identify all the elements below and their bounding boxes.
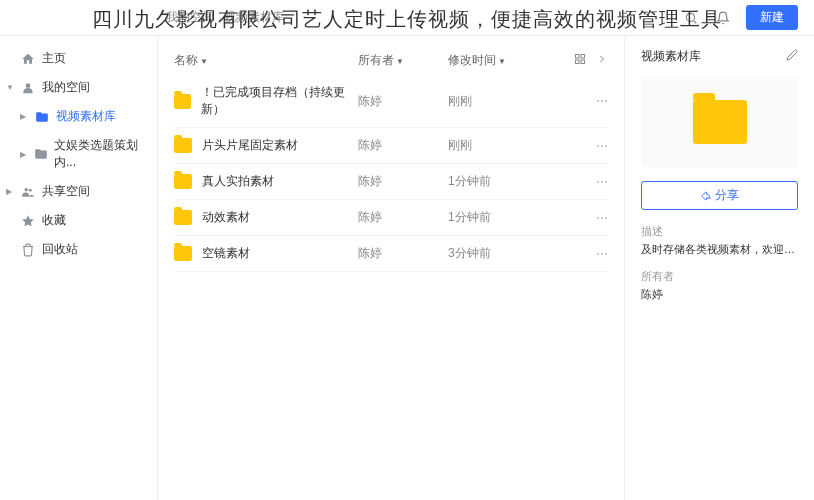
file-owner: 陈婷 (358, 209, 448, 226)
nav-home-label: 主页 (42, 50, 66, 67)
col-time-header[interactable]: 修改时间▼ (448, 52, 548, 69)
table-row[interactable]: 动效素材陈婷1分钟前⋯ (174, 200, 608, 236)
more-icon[interactable]: ⋯ (596, 247, 608, 261)
trash-icon (20, 242, 36, 258)
sort-caret-icon: ▼ (396, 57, 404, 66)
file-owner: 陈婷 (358, 173, 448, 190)
users-icon (20, 184, 36, 200)
owner-label: 所有者 (641, 269, 798, 284)
nav-video-library[interactable]: ▶ 视频素材库 (0, 102, 157, 131)
nav-trash[interactable]: 回收站 (0, 235, 157, 264)
col-name-label: 名称 (174, 53, 198, 67)
file-owner: 陈婷 (358, 93, 448, 110)
folder-icon (174, 174, 192, 189)
edit-icon[interactable] (786, 49, 798, 64)
details-title: 视频素材库 (641, 48, 701, 65)
svg-point-2 (26, 83, 31, 88)
more-icon[interactable]: ⋯ (596, 139, 608, 153)
file-name: 空镜素材 (202, 245, 250, 262)
folder-icon (34, 109, 50, 125)
col-owner-header[interactable]: 所有者▼ (358, 52, 448, 69)
user-icon (20, 80, 36, 96)
home-icon (20, 51, 36, 67)
svg-rect-6 (576, 55, 580, 59)
table-row[interactable]: 空镜素材陈婷3分钟前⋯ (174, 236, 608, 272)
folder-icon (174, 138, 192, 153)
share-button[interactable]: 分享 (641, 181, 798, 210)
table-row[interactable]: ！已完成项目存档（持续更新）陈婷刚刚⋯ (174, 75, 608, 128)
caret-right-icon: ▶ (20, 112, 26, 121)
nav-trash-label: 回收站 (42, 241, 78, 258)
file-time: 1分钟前 (448, 209, 548, 226)
owner-value: 陈婷 (641, 287, 798, 302)
caret-down-icon: ▼ (6, 83, 14, 92)
caret-right-icon: ▶ (20, 150, 26, 159)
folder-icon (693, 100, 747, 144)
details-panel: 视频素材库 分享 描述 及时存储各类视频素材，欢迎大... 所有者 陈婷 (624, 36, 814, 500)
folder-icon (174, 210, 192, 225)
nav-ent-planning-label: 文娱类选题策划内... (54, 137, 145, 171)
svg-rect-8 (576, 60, 580, 64)
caret-right-icon: ▶ (6, 187, 12, 196)
file-owner: 陈婷 (358, 137, 448, 154)
nav-my-space-label: 我的空间 (42, 79, 90, 96)
nav-my-space[interactable]: ▼ 我的空间 (0, 73, 157, 102)
nav-favorites-label: 收藏 (42, 212, 66, 229)
col-owner-label: 所有者 (358, 53, 394, 67)
folder-icon (34, 146, 48, 162)
file-time: 3分钟前 (448, 245, 548, 262)
folder-preview (641, 77, 798, 167)
sidebar: 主页 ▼ 我的空间 ▶ 视频素材库 ▶ 文娱类选题策划内... ▶ (0, 36, 158, 500)
nav-shared[interactable]: ▶ 共享空间 (0, 177, 157, 206)
more-icon[interactable]: ⋯ (596, 175, 608, 189)
file-name: 动效素材 (202, 209, 250, 226)
col-name-header[interactable]: 名称▼ (174, 52, 358, 69)
file-name: 片头片尾固定素材 (202, 137, 298, 154)
table-row[interactable]: 真人实拍素材陈婷1分钟前⋯ (174, 164, 608, 200)
file-time: 刚刚 (448, 137, 548, 154)
nav-home[interactable]: 主页 (0, 44, 157, 73)
more-icon[interactable]: ⋯ (596, 94, 608, 108)
folder-icon (174, 246, 192, 261)
file-name: 真人实拍素材 (202, 173, 274, 190)
svg-marker-5 (22, 215, 34, 226)
file-list: 名称▼ 所有者▼ 修改时间▼ ！已完成项目存档（持续更新）陈婷刚刚⋯片头片尾固定… (158, 36, 624, 500)
overlay-title: 四川九久影视有限公司艺人定时上传视频，便捷高效的视频管理工具 (0, 6, 814, 33)
table-row[interactable]: 片头片尾固定素材陈婷刚刚⋯ (174, 128, 608, 164)
col-time-label: 修改时间 (448, 53, 496, 67)
svg-point-3 (25, 187, 29, 191)
svg-rect-9 (581, 60, 585, 64)
chevron-right-icon[interactable] (596, 53, 608, 68)
grid-view-icon[interactable] (574, 53, 586, 68)
file-name: ！已完成项目存档（持续更新） (201, 84, 358, 118)
svg-rect-7 (581, 55, 585, 59)
nav-video-library-label: 视频素材库 (56, 108, 116, 125)
file-time: 1分钟前 (448, 173, 548, 190)
sort-caret-icon: ▼ (498, 57, 506, 66)
star-icon (20, 213, 36, 229)
more-icon[interactable]: ⋯ (596, 211, 608, 225)
file-time: 刚刚 (448, 93, 548, 110)
file-owner: 陈婷 (358, 245, 448, 262)
nav-favorites[interactable]: 收藏 (0, 206, 157, 235)
desc-value: 及时存储各类视频素材，欢迎大... (641, 242, 798, 257)
nav-shared-label: 共享空间 (42, 183, 90, 200)
table-header: 名称▼ 所有者▼ 修改时间▼ (174, 46, 608, 75)
share-button-label: 分享 (715, 187, 739, 204)
svg-point-4 (29, 188, 32, 191)
nav-ent-planning[interactable]: ▶ 文娱类选题策划内... (0, 131, 157, 177)
sort-caret-icon: ▼ (200, 57, 208, 66)
folder-icon (174, 94, 191, 109)
desc-label: 描述 (641, 224, 798, 239)
